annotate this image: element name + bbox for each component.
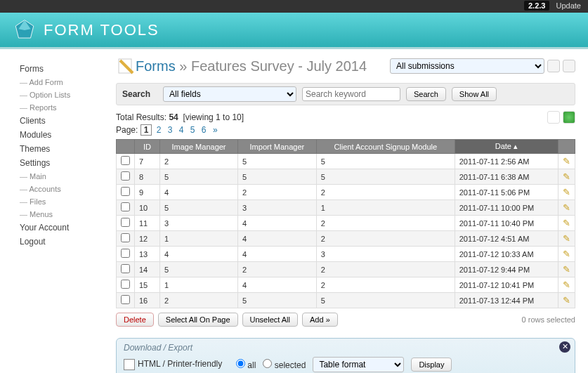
unselect-all-button[interactable]: Unselect All (242, 313, 298, 327)
search-button[interactable]: Search (406, 87, 446, 101)
close-icon[interactable]: ✕ (559, 341, 570, 353)
search-view-icon[interactable] (563, 60, 575, 72)
cell-date: 2011-07-13 12:44 PM (455, 293, 558, 308)
pager-label: Page: (116, 125, 138, 135)
nav-clients[interactable]: Clients (20, 114, 109, 128)
table-row[interactable]: 85552011-07-11 6:38 AM✎ (117, 169, 575, 185)
edit-icon[interactable]: ✎ (563, 249, 570, 259)
edit-icon[interactable]: ✎ (563, 202, 570, 213)
cell-client-signup: 2 (316, 262, 455, 277)
delete-view-icon[interactable] (547, 60, 560, 72)
row-checkbox[interactable] (121, 156, 130, 165)
pager-3[interactable]: 3 (166, 125, 175, 135)
search-field-select[interactable]: All fields (163, 86, 296, 102)
update-link[interactable]: Update (556, 1, 581, 10)
add-button[interactable]: Add » (302, 313, 338, 327)
nav-add-form[interactable]: Add Form (20, 76, 109, 89)
cell-id: 8 (135, 169, 160, 185)
th-import-manager[interactable]: Import Manager (238, 140, 317, 154)
row-checkbox[interactable] (121, 171, 130, 181)
row-checkbox[interactable] (121, 233, 130, 242)
table-row[interactable]: 121422011-07-12 4:51 AM✎ (117, 231, 575, 247)
table-actions: Delete Select All On Page Unselect All A… (116, 313, 575, 327)
select-all-button[interactable]: Select All On Page (158, 313, 238, 327)
form-page-icon (116, 56, 136, 76)
row-checkbox[interactable] (121, 187, 130, 196)
cell-date: 2011-07-12 4:51 AM (455, 231, 558, 247)
results-summary: Total Results: 54 [viewing 1 to 10] (116, 111, 575, 124)
cell-id: 12 (135, 231, 160, 247)
row-checkbox[interactable] (121, 249, 130, 258)
cell-image-manager: 4 (160, 247, 238, 262)
delete-button[interactable]: Delete (116, 313, 154, 327)
nav-modules[interactable]: Modules (20, 128, 109, 142)
edit-icon[interactable]: ✎ (563, 187, 570, 197)
display-button[interactable]: Display (411, 358, 452, 372)
search-input[interactable] (302, 87, 400, 101)
table-row[interactable]: 94222011-07-11 5:06 PM✎ (117, 185, 575, 200)
pager-current: 1 (141, 124, 152, 136)
row-checkbox[interactable] (121, 264, 130, 273)
row-checkbox[interactable] (121, 218, 130, 227)
cell-import-manager: 5 (238, 169, 317, 185)
nav-main[interactable]: Main (20, 170, 109, 183)
cell-client-signup: 5 (316, 293, 455, 308)
edit-icon[interactable]: ✎ (563, 171, 570, 182)
th-id[interactable]: ID (135, 140, 160, 154)
th-date[interactable]: Date ▴ (455, 140, 558, 154)
cell-import-manager: 2 (238, 262, 317, 277)
pager-2[interactable]: 2 (155, 125, 164, 135)
table-row[interactable]: 134432011-07-12 10:33 AM✎ (117, 247, 575, 262)
nav-option-lists[interactable]: Option Lists (20, 89, 109, 101)
pager-next[interactable]: » (211, 125, 220, 135)
nav-your-account[interactable]: Your Account (20, 221, 109, 235)
edit-icon[interactable]: ✎ (563, 264, 570, 275)
cell-client-signup: 1 (316, 200, 455, 216)
edit-icon[interactable]: ✎ (563, 156, 570, 166)
th-check[interactable] (117, 140, 135, 154)
breadcrumb-forms[interactable]: Forms (136, 58, 176, 74)
edit-icon[interactable]: ✎ (563, 280, 570, 290)
pager-5[interactable]: 5 (188, 125, 197, 135)
table-row[interactable]: 72552011-07-11 2:56 AM✎ (117, 154, 575, 169)
edit-icon[interactable]: ✎ (563, 218, 570, 228)
table-row[interactable]: 162552011-07-13 12:44 PM✎ (117, 293, 575, 308)
nav-menus[interactable]: Menus (20, 208, 109, 221)
pager-4[interactable]: 4 (177, 125, 186, 135)
table-row[interactable]: 105312011-07-11 10:00 PM✎ (117, 200, 575, 216)
nav-settings[interactable]: Settings (20, 156, 109, 170)
cell-id: 11 (135, 216, 160, 231)
edit-icon[interactable]: ✎ (563, 233, 570, 244)
html-selected-radio[interactable] (263, 359, 272, 368)
show-all-button[interactable]: Show All (452, 87, 497, 101)
th-client-signup[interactable]: Client Account Signup Module (316, 140, 455, 154)
nav-accounts[interactable]: Accounts (20, 183, 109, 195)
page-title-text: Features Survey - July 2014 (191, 58, 367, 74)
table-row[interactable]: 113422011-07-11 10:40 PM✎ (117, 216, 575, 231)
cell-id: 14 (135, 262, 160, 277)
app-title: FORM TOOLS (44, 21, 159, 39)
cell-id: 7 (135, 154, 160, 169)
table-row[interactable]: 145222011-07-12 9:44 PM✎ (117, 262, 575, 277)
th-image-manager[interactable]: Image Manager (160, 140, 238, 154)
copy-icon[interactable] (547, 111, 560, 124)
table-row[interactable]: 151422011-07-12 10:41 PM✎ (117, 277, 575, 293)
nav-reports[interactable]: Reports (20, 101, 109, 114)
row-checkbox[interactable] (121, 295, 130, 304)
pager-6[interactable]: 6 (200, 125, 209, 135)
cell-id: 9 (135, 185, 160, 200)
edit-icon[interactable]: ✎ (563, 295, 570, 306)
cell-import-manager: 4 (238, 247, 317, 262)
nav-logout[interactable]: Logout (20, 235, 109, 249)
globe-icon[interactable] (563, 111, 575, 124)
nav-forms[interactable]: Forms (20, 62, 109, 76)
row-checkbox[interactable] (121, 202, 130, 211)
nav-files[interactable]: Files (20, 195, 109, 208)
submissions-select[interactable]: All submissions (390, 58, 544, 74)
row-checkbox[interactable] (121, 280, 130, 289)
html-format-select[interactable]: Table format (313, 357, 404, 372)
html-all-radio[interactable] (236, 359, 245, 368)
nav-themes[interactable]: Themes (20, 142, 109, 156)
cell-client-signup: 3 (316, 247, 455, 262)
cell-client-signup: 5 (316, 169, 455, 185)
